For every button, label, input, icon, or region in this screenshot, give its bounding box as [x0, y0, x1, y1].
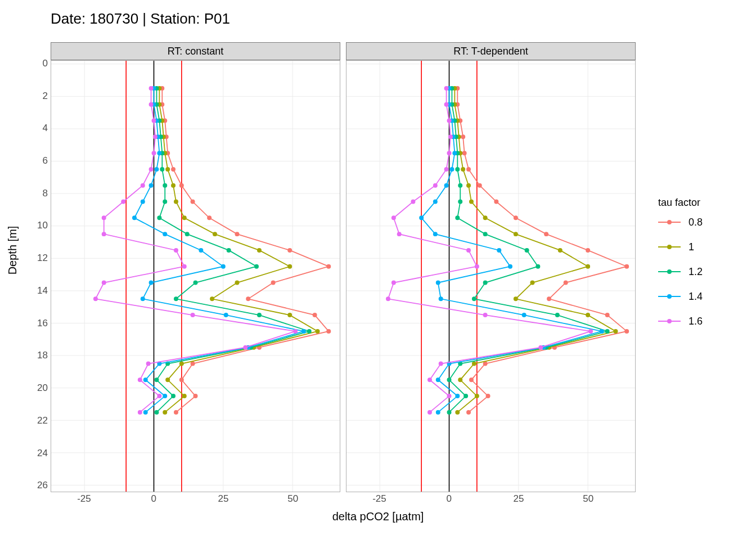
- series-point: [433, 232, 438, 236]
- series-point: [153, 134, 158, 139]
- y-axis-label: Depth [m]: [6, 226, 19, 275]
- series-point: [154, 410, 159, 415]
- series-point: [530, 281, 535, 285]
- series-point: [213, 232, 217, 236]
- series-point: [386, 296, 390, 301]
- series-point: [447, 119, 452, 123]
- series-point: [411, 200, 415, 204]
- legend-label: 1.4: [688, 291, 703, 303]
- series-point: [287, 264, 292, 269]
- legend: tau factor 0.8 1 1.2 1.4 1.6: [658, 197, 703, 340]
- series-point: [174, 410, 178, 415]
- series-point: [469, 200, 474, 204]
- series-point: [444, 86, 449, 91]
- series-point: [174, 248, 178, 253]
- series-point: [171, 167, 176, 172]
- legend-swatch: [658, 241, 681, 253]
- series-point: [121, 200, 125, 204]
- legend-swatch: [658, 217, 681, 228]
- x-axis-label: delta pCO2 [µatm]: [0, 510, 756, 523]
- series-point: [157, 151, 161, 155]
- y-tick-label: 18: [37, 350, 48, 361]
- series-point: [141, 200, 145, 204]
- legend-label: 1.6: [688, 316, 703, 327]
- series-point: [483, 215, 488, 220]
- series-point: [182, 264, 187, 269]
- series-point: [538, 345, 543, 350]
- series-point: [392, 281, 396, 285]
- series-point: [522, 313, 526, 317]
- series-point: [428, 410, 432, 415]
- series-point: [475, 394, 479, 398]
- series-point: [444, 183, 449, 188]
- series-point: [555, 313, 560, 317]
- series-point: [235, 281, 240, 285]
- series-point: [586, 313, 590, 317]
- series-point: [439, 362, 443, 366]
- y-tick-label: 12: [37, 253, 48, 264]
- series-point: [174, 296, 178, 301]
- facet-panel: [346, 60, 636, 492]
- y-tick-label: 26: [37, 480, 48, 491]
- series-point: [464, 394, 468, 398]
- facet: RT: T-dependent: [346, 42, 636, 492]
- series-point: [605, 329, 610, 334]
- series-point: [163, 410, 167, 415]
- series-point: [455, 215, 460, 220]
- series-point: [544, 232, 548, 236]
- y-tick-label: 6: [43, 155, 48, 166]
- series-point: [152, 119, 156, 123]
- series-point: [444, 167, 449, 172]
- series-point: [433, 200, 438, 204]
- series-point: [436, 377, 440, 382]
- series-point: [466, 183, 471, 188]
- series-line: [162, 88, 328, 412]
- series-point: [102, 232, 106, 236]
- series-point: [210, 296, 214, 301]
- series-point: [182, 394, 187, 398]
- series-point: [448, 134, 453, 139]
- series-point: [149, 183, 154, 188]
- plot-area: 02468101214161820222426RT: constant-2502…: [51, 42, 636, 492]
- series-point: [138, 410, 142, 415]
- series-point: [455, 394, 460, 398]
- series-point: [163, 183, 167, 188]
- series-point: [138, 377, 142, 382]
- series-point: [326, 264, 331, 269]
- series-point: [307, 329, 312, 334]
- series-point: [436, 281, 440, 285]
- series-point: [149, 281, 154, 285]
- series-point: [199, 248, 203, 253]
- series-point: [624, 264, 629, 269]
- chart-title: Date: 180730 | Station: P01: [51, 10, 230, 28]
- series-line: [96, 88, 295, 412]
- series-point: [191, 362, 195, 366]
- series-point: [455, 167, 460, 172]
- series-point: [146, 362, 151, 366]
- legend-swatch: [658, 316, 681, 327]
- series-point: [588, 329, 593, 334]
- series-point: [224, 313, 228, 317]
- series-point: [475, 264, 479, 269]
- y-tick-label: 16: [37, 318, 48, 329]
- series-point: [478, 183, 482, 188]
- facet-panel: [51, 60, 340, 492]
- series-point: [287, 248, 292, 253]
- series-point: [235, 232, 240, 236]
- series-point: [163, 232, 167, 236]
- series-point: [157, 215, 161, 220]
- x-tick-label: -25: [77, 493, 91, 505]
- y-tick-label: 14: [37, 285, 48, 296]
- legend-swatch: [658, 291, 681, 302]
- x-tick-label: 25: [514, 493, 524, 505]
- legend-item: 0.8: [658, 217, 703, 228]
- series-point: [392, 215, 396, 220]
- x-tick-label: 50: [287, 493, 298, 505]
- series-point: [227, 248, 231, 253]
- series-point: [102, 281, 106, 285]
- series-point: [397, 232, 402, 236]
- x-tick-label: -25: [372, 493, 386, 505]
- series-line: [457, 88, 627, 412]
- series-point: [472, 296, 476, 301]
- series-point: [436, 410, 440, 415]
